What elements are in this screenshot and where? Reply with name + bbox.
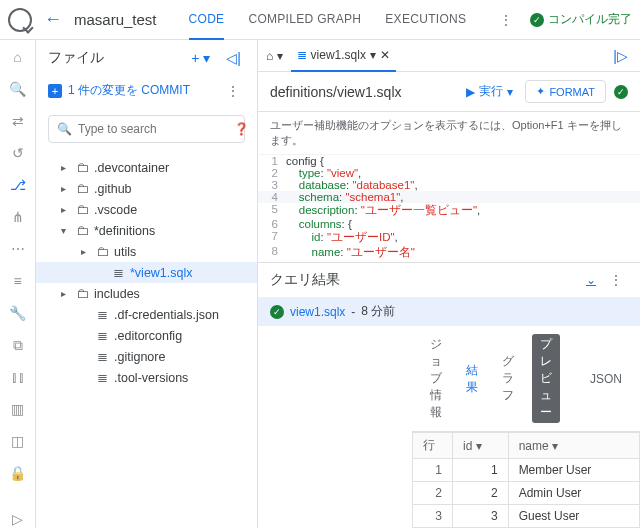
expand-editor-icon[interactable]: |▷ [609, 46, 632, 66]
home-icon[interactable]: ⌂ ▾ [266, 49, 283, 63]
folder-node[interactable]: ▸🗀.devcontainer [36, 157, 257, 178]
rail-chart-icon[interactable]: ⫿⫿ [9, 368, 27, 386]
rail-graph-icon[interactable]: ⋔ [9, 208, 27, 226]
rail-collapse-icon[interactable]: ▷ [9, 510, 27, 528]
file-path: definitions/view1.sqlx [270, 84, 466, 100]
tab-code[interactable]: CODE [189, 0, 225, 40]
result-time: 8 分前 [361, 303, 395, 320]
rail-chart2-icon[interactable]: ▥ [9, 400, 27, 418]
tab-executions[interactable]: EXECUTIONS [385, 0, 466, 40]
rail-lock-icon[interactable]: 🔒 [9, 464, 27, 482]
compile-status-label: コンパイル完了 [548, 11, 632, 28]
plus-icon: + [48, 84, 62, 98]
commit-more-icon[interactable]: ⋮ [221, 84, 245, 98]
files-title: ファイル [48, 49, 179, 67]
col-row: 行 [412, 433, 452, 459]
rtab-graph[interactable]: グラフ [496, 349, 520, 408]
rtab-preview[interactable]: プレビュー [532, 334, 560, 423]
rail-db-icon[interactable]: ◫ [9, 432, 27, 450]
folder-node[interactable]: ▸🗀.vscode [36, 199, 257, 220]
files-panel: ファイル + ▾ ◁| + 1 件の変更を COMMIT ⋮ 🔍 ❓ ▸🗀.de… [36, 40, 258, 528]
results-more-icon[interactable]: ⋮ [604, 273, 628, 287]
results-source[interactable]: ✓ view1.sqlx - 8 分前 [258, 297, 640, 326]
open-file-tab[interactable]: ≣ view1.sqlx ▾ ✕ [291, 40, 396, 72]
result-tabs: ジョブ情報 結果 グラフ プレビュー JSON [412, 326, 640, 432]
col-id[interactable]: id ▾ [452, 433, 508, 459]
close-tab-icon[interactable]: ✕ [380, 48, 390, 62]
folder-node[interactable]: ▸🗀.github [36, 178, 257, 199]
left-rail: ⌂ 🔍 ⇄ ↺ ⎇ ⋔ ⋯ ≡ 🔧 ⧉ ⫿⫿ ▥ ◫ 🔒 ▷ [0, 40, 36, 528]
results-table: 行 id ▾ name ▾ 11Member User22Admin User3… [412, 432, 640, 528]
rail-home-icon[interactable]: ⌂ [9, 48, 27, 66]
rail-dots-icon[interactable]: ⋯ [9, 240, 27, 258]
file-node[interactable]: ≣.editorconfig [36, 325, 257, 346]
results-collapse-icon[interactable]: ⌄ [586, 273, 596, 287]
folder-node[interactable]: ▾🗀*definitions [36, 220, 257, 241]
header-tabs: CODE COMPILED GRAPH EXECUTIONS [189, 0, 467, 40]
rtab-job[interactable]: ジョブ情報 [424, 332, 448, 425]
commit-label: 1 件の変更を COMMIT [68, 82, 190, 99]
rail-ext-icon[interactable]: ⧉ [9, 336, 27, 354]
table-row: 33Guest User [412, 505, 639, 528]
code-editor[interactable]: 1config {2 type: "view",3 database: "dat… [258, 155, 640, 262]
file-node[interactable]: ≣*view1.sqlx [36, 262, 257, 283]
result-check-icon: ✓ [270, 305, 284, 319]
search-input[interactable] [78, 122, 228, 136]
tab-filename: view1.sqlx [311, 48, 366, 62]
folder-node[interactable]: ▸🗀includes [36, 283, 257, 304]
file-icon: ≣ [297, 48, 307, 62]
tab-compiled-graph[interactable]: COMPILED GRAPH [248, 0, 361, 40]
rail-search-icon[interactable]: 🔍 [9, 80, 27, 98]
top-bar: ← masaru_test CODE COMPILED GRAPH EXECUT… [0, 0, 640, 40]
search-icon: 🔍 [57, 122, 72, 136]
rail-settings-icon[interactable]: ⇄ [9, 112, 27, 130]
results-panel: クエリ結果 ⌄ ⋮ ✓ view1.sqlx - 8 分前 ジョブ情報 結果 グ… [258, 262, 640, 528]
rail-history-icon[interactable]: ↺ [9, 144, 27, 162]
tab-dropdown-icon[interactable]: ▾ [370, 48, 376, 62]
search-box[interactable]: 🔍 ❓ [48, 115, 245, 143]
file-node[interactable]: ≣.df-credentials.json [36, 304, 257, 325]
back-icon[interactable]: ← [44, 9, 62, 30]
file-tree: ▸🗀.devcontainer▸🗀.github▸🗀.vscode▾🗀*defi… [36, 153, 257, 528]
collapse-files-icon[interactable]: ◁| [222, 48, 245, 68]
col-name[interactable]: name ▾ [508, 433, 639, 459]
editor-panel: ⌂ ▾ ≣ view1.sqlx ▾ ✕ |▷ definitions/view… [258, 40, 640, 528]
results-title: クエリ結果 [270, 271, 578, 289]
more-icon[interactable]: ⋮ [494, 13, 518, 27]
table-row: 11Member User [412, 459, 639, 482]
rtab-json[interactable]: JSON [584, 368, 628, 390]
rail-branch-icon[interactable]: ⎇ [9, 176, 27, 194]
rail-list-icon[interactable]: ≡ [9, 272, 27, 290]
format-button[interactable]: ✦ FORMAT [525, 80, 606, 103]
file-node[interactable]: ≣.gitignore [36, 346, 257, 367]
add-file-icon[interactable]: + ▾ [187, 48, 214, 68]
project-title: masaru_test [74, 11, 157, 28]
run-button[interactable]: ▶ 実行 ▾ [466, 83, 513, 100]
rail-wrench-icon[interactable]: 🔧 [9, 304, 27, 322]
editor-tabs: ⌂ ▾ ≣ view1.sqlx ▾ ✕ |▷ [258, 40, 640, 72]
check-icon: ✓ [530, 13, 544, 27]
file-node[interactable]: ≣.tool-versions [36, 367, 257, 388]
result-source-name: view1.sqlx [290, 305, 345, 319]
table-row: 22Admin User [412, 482, 639, 505]
commit-button[interactable]: + 1 件の変更を COMMIT ⋮ [36, 76, 257, 105]
logo-icon [8, 8, 32, 32]
compile-status: ✓ コンパイル完了 [530, 11, 632, 28]
folder-node[interactable]: ▸🗀utils [36, 241, 257, 262]
file-status-icon: ✓ [614, 85, 628, 99]
rtab-result[interactable]: 結果 [460, 358, 484, 400]
a11y-hint: ユーザー補助機能のオプションを表示するには、Option+F1 キーを押します。 [258, 112, 640, 155]
help-icon[interactable]: ❓ [234, 122, 249, 136]
